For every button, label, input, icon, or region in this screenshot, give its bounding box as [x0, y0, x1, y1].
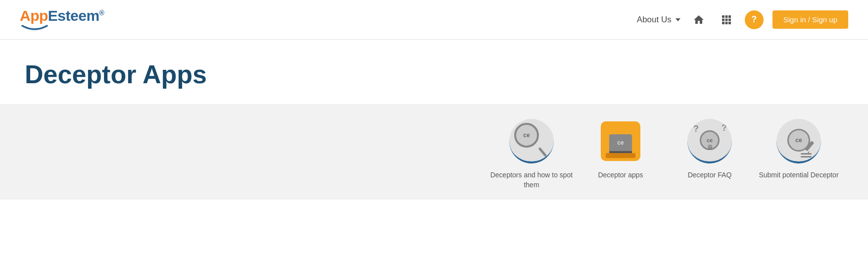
deceptor-faq-label: Deceptor FAQ	[688, 170, 732, 180]
about-us-caret-icon	[675, 18, 680, 21]
magnifier-ce-label: ce	[523, 132, 530, 139]
magnifier-circle: ce	[514, 123, 539, 148]
deceptors-howto-label: Deceptors and how to spot them	[487, 170, 576, 190]
faq-wrap: ? ? ce ☹	[692, 123, 727, 158]
magnifier-wrap: ce	[514, 123, 549, 158]
submit-line-1	[801, 153, 812, 155]
home-button[interactable]	[689, 10, 708, 29]
nav-card-deceptors-howto[interactable]: ce Deceptors and how to spot them	[487, 119, 576, 200]
svg-rect-7	[725, 22, 727, 24]
magnifier-handle-icon	[538, 147, 547, 157]
submit-wrap: ce	[779, 123, 819, 158]
submit-deceptor-icon: ce	[776, 119, 821, 163]
svg-rect-0	[722, 15, 724, 18]
deceptor-faq-icon: ? ? ce ☹	[687, 119, 732, 163]
submit-deceptor-label: Submit potential Deceptor	[759, 170, 838, 180]
nav-right: About Us ?	[637, 10, 848, 29]
signin-button[interactable]: Sign in / Sign up	[772, 10, 848, 29]
svg-rect-1	[725, 15, 727, 18]
svg-rect-3	[722, 18, 724, 21]
logo-reg: ®	[99, 9, 104, 17]
svg-rect-9	[805, 141, 815, 151]
svg-rect-8	[728, 22, 731, 24]
grid-icon	[721, 14, 732, 26]
nav-card-deceptor-faq[interactable]: ? ? ce ☹ Deceptor FAQ	[665, 119, 754, 190]
header: AppEsteem® About Us	[0, 0, 868, 40]
book-base	[606, 153, 635, 158]
deceptors-howto-icon: ce	[509, 119, 554, 163]
book-ce-label: ce	[609, 134, 632, 153]
nav-cards: ce Deceptors and how to spot them ce Dec…	[487, 119, 843, 200]
logo[interactable]: AppEsteem®	[20, 7, 104, 32]
help-button[interactable]: ?	[745, 10, 764, 29]
faq-ce-label: ce ☹	[700, 130, 720, 150]
page-title: Deceptor Apps	[25, 59, 843, 89]
svg-rect-5	[728, 18, 731, 21]
home-icon	[693, 14, 705, 26]
about-us-label: About Us	[637, 15, 672, 25]
svg-rect-6	[722, 22, 724, 24]
main-content: Deceptor Apps	[0, 40, 868, 89]
deceptor-apps-label: Deceptor apps	[598, 170, 643, 180]
svg-rect-4	[725, 18, 727, 21]
bottom-band: ce Deceptors and how to spot them ce Dec…	[0, 104, 868, 200]
deceptor-apps-icon: ce	[598, 119, 643, 163]
submit-line-2	[801, 156, 812, 158]
book-icon-wrap: ce	[601, 121, 640, 161]
logo-text: AppEsteem®	[20, 7, 104, 24]
nav-card-deceptor-apps[interactable]: ce Deceptor apps	[576, 119, 665, 190]
nav-card-submit-deceptor[interactable]: ce Submit potential Deceptor	[754, 119, 843, 190]
submit-lines	[801, 153, 812, 158]
logo-smile-icon	[20, 25, 49, 32]
faq-sad-icon: ☹	[708, 145, 712, 150]
logo-esteem: Esteem	[48, 7, 99, 24]
help-icon: ?	[751, 14, 757, 25]
grid-button[interactable]	[717, 10, 736, 29]
faq-q2-icon: ?	[722, 123, 727, 133]
about-us-menu[interactable]: About Us	[637, 15, 680, 25]
faq-q1-icon: ?	[693, 124, 699, 134]
svg-rect-2	[728, 15, 731, 18]
